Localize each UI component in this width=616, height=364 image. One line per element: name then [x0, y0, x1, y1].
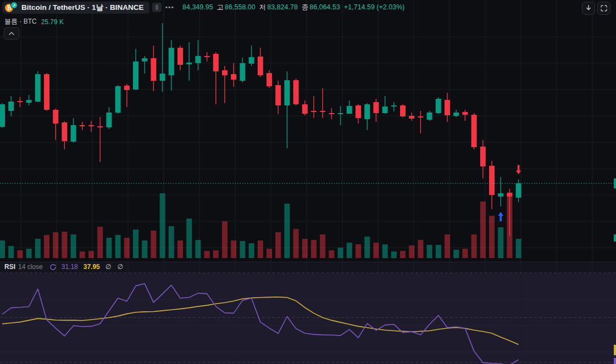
volume-bar: [409, 245, 414, 258]
rsi-empty-values: ∅ ∅: [106, 263, 125, 271]
candle: [311, 111, 317, 112]
candle: [364, 104, 370, 119]
candle: [275, 85, 281, 105]
marker-arrow-down-icon: [516, 165, 521, 175]
candle: [8, 102, 14, 111]
candle: [480, 147, 486, 166]
candle: [267, 73, 272, 86]
volume-bar: [498, 227, 503, 258]
edge-label-fragment: [614, 178, 616, 188]
volume-bar: [80, 251, 85, 258]
volume-bar: [400, 251, 406, 258]
volume-bar: [177, 240, 183, 258]
volume-bar: [124, 238, 130, 258]
candle: [151, 58, 156, 81]
candle: [186, 63, 192, 64]
candle: [409, 116, 414, 119]
volume-bar: [302, 239, 308, 258]
candle: [53, 110, 58, 124]
candle: [347, 106, 352, 114]
volume-bar: [382, 244, 388, 258]
volume-bar: [17, 250, 23, 258]
volume-bar: [311, 240, 317, 258]
volume-bar: [427, 245, 432, 258]
candle: [213, 54, 219, 71]
rsi-ma-value: 37.95: [84, 263, 100, 271]
candle: [62, 122, 67, 141]
candle: [427, 113, 432, 120]
chart-style-icon[interactable]: [152, 3, 162, 12]
close-value: 86,064.53: [309, 3, 340, 11]
volume-bar: [480, 201, 486, 258]
rsi-legend[interactable]: RSI 14 close 31.18 37.95 ∅ ∅: [4, 263, 125, 271]
chart-canvas[interactable]: [0, 0, 616, 364]
volume-bar: [71, 234, 76, 258]
candle: [498, 193, 503, 197]
candle: [293, 80, 299, 104]
volume-bar: [222, 221, 227, 258]
collapse-legend-button[interactable]: [4, 27, 19, 40]
volume-bar: [88, 251, 94, 258]
volume-bar: [373, 243, 379, 258]
candle: [453, 113, 459, 116]
candle: [471, 115, 477, 147]
candle: [382, 107, 388, 113]
volume-bar: [169, 226, 174, 258]
marker-arrow-up-icon: [498, 212, 503, 221]
download-button[interactable]: [582, 2, 595, 15]
volume-legend[interactable]: 볼륨 · BTC 25.79 K: [4, 17, 64, 26]
candle: [320, 111, 325, 112]
candle: [507, 193, 512, 197]
candle: [489, 166, 495, 195]
rsi-value: 31.18: [62, 263, 78, 271]
candle: [356, 105, 361, 118]
high-value: 86,558.00: [225, 3, 256, 11]
candle: [0, 104, 5, 127]
more-options-button[interactable]: •••: [165, 2, 174, 12]
candle: [80, 125, 85, 126]
low-label: 저: [259, 3, 267, 12]
fullscreen-icon: [601, 5, 607, 12]
candle: [115, 86, 121, 113]
candle: [240, 63, 245, 81]
volume-bar: [347, 243, 352, 258]
rsi-params: 14 close: [18, 263, 43, 271]
candle: [391, 105, 397, 107]
volume-label: 볼륨 · BTC: [4, 17, 37, 26]
candle: [204, 56, 210, 57]
candle: [284, 80, 290, 105]
volume-bar: [195, 240, 201, 258]
close-label: 종: [302, 3, 309, 12]
edge-label-fragment: [614, 358, 616, 364]
volume-bar: [249, 243, 254, 258]
volume-value: 25.79 K: [41, 18, 64, 26]
volume-bar: [356, 244, 361, 258]
volume-bar: [106, 238, 112, 258]
candle: [124, 86, 130, 90]
volume-bar: [418, 240, 423, 258]
volume-bar: [231, 240, 236, 258]
volume-bar: [338, 248, 343, 258]
volume-bar: [44, 235, 49, 258]
candle: [258, 57, 263, 75]
volume-bar: [489, 216, 495, 258]
volume-bar: [284, 204, 290, 258]
candle: [445, 100, 450, 115]
volume-bar: [133, 229, 138, 258]
candle: [249, 57, 254, 64]
topbar-buttons: [582, 2, 611, 15]
candle: [373, 102, 379, 113]
candles-layer: [0, 23, 521, 236]
candle: [329, 113, 334, 114]
volume-bar: [275, 232, 281, 258]
candle: [133, 61, 138, 89]
candle: [338, 113, 343, 114]
symbol-pill[interactable]: ₿ ↗ Bitcoin / TetherUS · 1날 · BINANCE: [2, 2, 149, 14]
bitcoin-logo-icon: ₿ ↗: [4, 3, 19, 13]
volume-bar: [97, 227, 103, 258]
volume-bar: [186, 219, 192, 258]
volume-bar: [142, 240, 147, 258]
fullscreen-button[interactable]: [597, 2, 611, 15]
volume-bar: [329, 250, 334, 258]
candle: [160, 74, 165, 81]
